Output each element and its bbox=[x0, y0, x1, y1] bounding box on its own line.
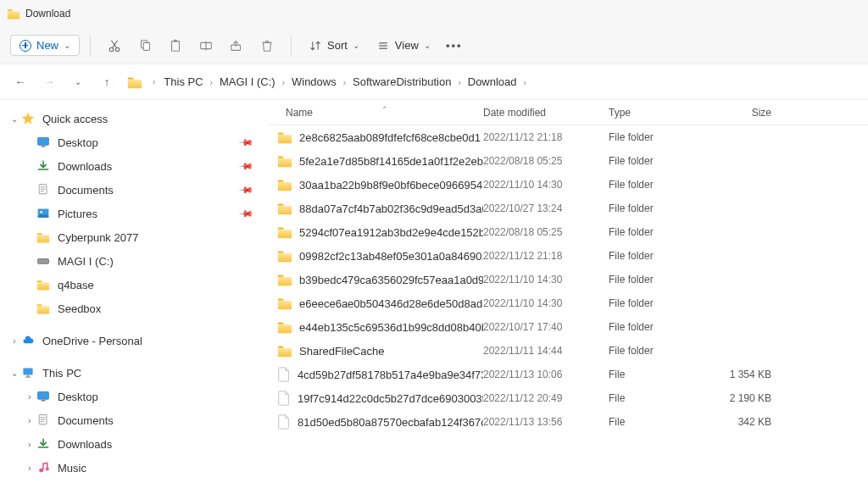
sidebar-item[interactable]: ›Music bbox=[0, 456, 267, 480]
sidebar-item[interactable]: Pictures📌 bbox=[0, 202, 267, 225]
view-button[interactable]: View ⌄ bbox=[370, 36, 437, 56]
column-size[interactable]: Size bbox=[710, 107, 778, 119]
file-list: Name⌃ Date modified Type Size 2e8c6825aa… bbox=[267, 100, 868, 488]
file-name: 88da07a7cf4b7ab02f36c9d9ead5d3a0 bbox=[299, 202, 483, 215]
file-name: 4cd59b27df58178b517a4e9ba9e34f7307434c65 bbox=[298, 369, 483, 381]
sidebar-item[interactable]: ›Downloads bbox=[0, 432, 267, 456]
file-row[interactable]: e6eece6ae0b504346d28e6de50d8ad502022/11/… bbox=[267, 291, 868, 315]
file-row[interactable]: 88da07a7cf4b7ab02f36c9d9ead5d3a02022/10/… bbox=[267, 197, 868, 220]
breadcrumb-item[interactable]: Windows bbox=[288, 74, 340, 90]
sort-button[interactable]: Sort ⌄ bbox=[302, 36, 366, 56]
sidebar-item[interactable]: Desktop📌 bbox=[0, 130, 267, 154]
breadcrumb-item[interactable]: This PC bbox=[160, 74, 206, 90]
file-row[interactable]: 4cd59b27df58178b517a4e9ba9e34f7307434c65… bbox=[267, 363, 868, 386]
rename-icon bbox=[198, 38, 214, 53]
copy-button[interactable] bbox=[131, 32, 159, 59]
file-type: File folder bbox=[609, 202, 710, 214]
folder-icon bbox=[277, 248, 292, 263]
chevron-right-icon: › bbox=[207, 78, 216, 87]
arrow-left-icon: ← bbox=[15, 75, 26, 88]
sidebar-item[interactable]: ›Desktop bbox=[0, 385, 267, 408]
folder-icon bbox=[277, 130, 292, 145]
pictures-icon bbox=[36, 206, 51, 221]
file-name: 30aa1ba22b9b8f9e0bf6bece09669542 bbox=[299, 179, 483, 191]
chevron-right-icon: › bbox=[340, 78, 349, 87]
breadcrumb-item[interactable]: Download bbox=[465, 74, 520, 90]
file-row[interactable]: 81d50ed5b80a87570ecbafab124f367c165796ba… bbox=[267, 410, 868, 434]
copy-icon bbox=[137, 38, 153, 53]
file-date: 2022/11/11 14:44 bbox=[483, 345, 609, 357]
sidebar-item-label: Documents bbox=[58, 184, 114, 197]
file-date: 2022/11/10 14:30 bbox=[483, 274, 609, 286]
column-type[interactable]: Type bbox=[609, 107, 710, 119]
file-name: e44eb135c5c69536d1b99c8dd08b40bf bbox=[299, 321, 483, 334]
sidebar-item[interactable]: ›Documents bbox=[0, 408, 267, 432]
pin-icon: 📌 bbox=[237, 158, 253, 174]
sidebar-item-label: MAGI I (C:) bbox=[58, 255, 114, 268]
file-type: File folder bbox=[609, 179, 710, 191]
file-row[interactable]: e44eb135c5c69536d1b99c8dd08b40bf2022/10/… bbox=[267, 315, 868, 339]
navbar: ← → ⌄ ↑ › This PC›MAGI I (C:)›Windows›So… bbox=[0, 64, 868, 100]
folder-icon bbox=[7, 7, 20, 20]
sidebar-item[interactable]: Cyberpunk 2077 bbox=[0, 225, 267, 249]
sidebar-item-label: Documents bbox=[58, 414, 114, 427]
folder-icon bbox=[36, 301, 51, 316]
chevron-right-icon: › bbox=[454, 78, 464, 87]
sidebar-item[interactable]: MAGI I (C:) bbox=[0, 249, 267, 273]
trash-icon bbox=[259, 38, 275, 53]
separator bbox=[90, 36, 91, 56]
quick-access-label: Quick access bbox=[42, 113, 108, 125]
sidebar-onedrive[interactable]: › OneDrive - Personal bbox=[0, 329, 267, 352]
breadcrumb-item[interactable]: SoftwareDistribution bbox=[349, 74, 454, 90]
sidebar-item[interactable]: Seedbox bbox=[0, 297, 267, 320]
sidebar-this-pc[interactable]: ⌄ This PC bbox=[0, 361, 267, 385]
up-button[interactable]: ↑ bbox=[95, 70, 119, 94]
column-date[interactable]: Date modified bbox=[483, 107, 609, 119]
file-type: File folder bbox=[609, 321, 710, 333]
share-button[interactable] bbox=[223, 32, 250, 59]
chevron-right-icon: › bbox=[24, 392, 36, 402]
sidebar-item[interactable]: Documents📌 bbox=[0, 178, 267, 202]
column-name[interactable]: Name⌃ bbox=[267, 107, 483, 119]
downloads-icon bbox=[36, 436, 51, 452]
documents-icon bbox=[36, 413, 51, 428]
breadcrumb[interactable]: › This PC›MAGI I (C:)›Windows›SoftwareDi… bbox=[127, 75, 860, 90]
paste-button[interactable] bbox=[162, 32, 189, 59]
file-row[interactable]: 09982cf2c13ab48ef05e301a0a8469012022/11/… bbox=[267, 244, 868, 268]
chevron-right-icon: › bbox=[149, 77, 159, 86]
forward-button[interactable]: → bbox=[37, 70, 61, 94]
file-date: 2022/11/12 21:18 bbox=[483, 131, 609, 143]
file-row[interactable]: 19f7c914d22c0dc5b27d7dce6903003fa13ef533… bbox=[267, 386, 868, 410]
sidebar-quick-access[interactable]: ⌄ Quick access bbox=[0, 107, 267, 130]
delete-button[interactable] bbox=[253, 32, 281, 59]
file-name: b39bedc479ca6356029fc57eaa1a0d9c bbox=[299, 274, 483, 286]
rename-button[interactable] bbox=[192, 32, 220, 59]
new-button[interactable]: New ⌄ bbox=[10, 35, 80, 56]
file-row[interactable]: 5294cf07ea1912ab3bd2e9e4cde152b12022/08/… bbox=[267, 220, 868, 244]
plus-icon bbox=[19, 40, 31, 52]
file-row[interactable]: SharedFileCache2022/11/11 14:44File fold… bbox=[267, 339, 868, 363]
sidebar-item-label: q4base bbox=[58, 279, 94, 291]
more-button[interactable]: ••• bbox=[441, 32, 468, 59]
back-button[interactable]: ← bbox=[8, 70, 32, 94]
share-icon bbox=[229, 38, 244, 53]
file-row[interactable]: b39bedc479ca6356029fc57eaa1a0d9c2022/11/… bbox=[267, 268, 868, 291]
sidebar-item[interactable]: q4base bbox=[0, 273, 267, 297]
file-date: 2022/11/13 13:56 bbox=[483, 416, 609, 428]
folder-icon bbox=[277, 296, 292, 311]
recent-button[interactable]: ⌄ bbox=[66, 70, 90, 94]
chevron-right-icon: › bbox=[8, 336, 20, 346]
cut-button[interactable] bbox=[101, 32, 128, 59]
sidebar-item-label: Pictures bbox=[58, 208, 97, 220]
sidebar-item-label: Cyberpunk 2077 bbox=[58, 231, 138, 244]
file-row[interactable]: 30aa1ba22b9b8f9e0bf6bece096695422022/11/… bbox=[267, 173, 868, 197]
file-size: 342 KB bbox=[710, 416, 778, 428]
breadcrumb-item[interactable]: MAGI I (C:) bbox=[216, 74, 279, 90]
file-row[interactable]: 2e8c6825aab089fdfefcf68ce8cbe0d12022/11/… bbox=[267, 125, 868, 149]
sidebar-item[interactable]: Downloads📌 bbox=[0, 154, 267, 178]
file-date: 2022/10/27 13:24 bbox=[483, 202, 609, 214]
file-row[interactable]: 5fe2a1e7d85b8f14165de1a0f1f2e2eb2022/08/… bbox=[267, 149, 868, 173]
file-type: File folder bbox=[609, 155, 710, 167]
folder-icon bbox=[127, 75, 142, 90]
chevron-down-icon: ⌄ bbox=[8, 369, 20, 378]
